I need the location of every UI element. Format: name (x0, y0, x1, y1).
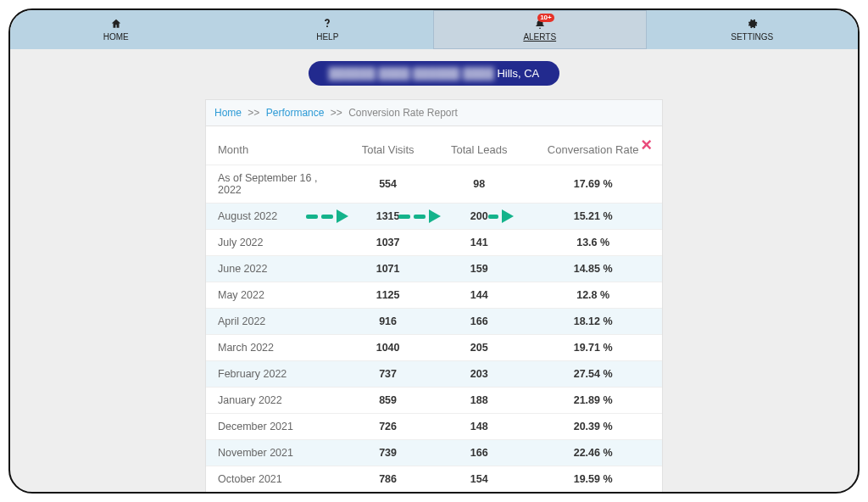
cell-leads: 205 (434, 335, 524, 361)
location-hidden: ██████ ████ ██████ ████ (329, 67, 494, 80)
cell-rate: 17.69 % (524, 165, 662, 204)
location-pill-wrap: ██████ ████ ██████ ████ Hills, CA (10, 61, 858, 86)
report-card: Home >> Performance >> Conversion Rate R… (205, 99, 663, 494)
nav-help[interactable]: HELP (222, 10, 434, 49)
cell-rate: 19.71 % (524, 335, 662, 361)
summary-visits: 10905 Total Visits Average: 908.75 (342, 493, 434, 494)
cell-rate: 15.21 % (524, 204, 662, 230)
cell-rate: 21.89 % (524, 388, 662, 414)
cell-visits: 1071 (342, 256, 434, 282)
cell-visits: 1040 (342, 335, 434, 361)
cell-leads: 166 (434, 309, 524, 335)
cell-month: May 2022 (206, 282, 342, 309)
cell-month: October 2021 (206, 466, 342, 493)
cell-month: January 2022 (206, 388, 342, 414)
nav-settings[interactable]: SETTINGS (647, 10, 859, 49)
cell-visits: 1125 (342, 282, 434, 309)
col-visits: Total Visits (342, 126, 434, 165)
cell-visits: 859 (342, 388, 434, 414)
cell-month: February 2022 (206, 361, 342, 388)
cell-visits: 916 (342, 309, 434, 335)
table-row: As of September 16 , 20225549817.69 % (206, 165, 662, 204)
cell-rate: 14.85 % (524, 256, 662, 282)
cell-leads: 166 (434, 440, 524, 466)
cell-leads: 188 (434, 388, 524, 414)
cell-leads: 141 (434, 230, 524, 256)
help-icon (321, 18, 333, 31)
cell-month: November 2021 (206, 440, 342, 466)
summary-leads: 1972 Total Leads Average: 164.33 (434, 493, 524, 494)
crumb-current: Conversion Rate Report (348, 107, 458, 119)
cell-month: July 2022 (206, 230, 342, 256)
nav-alerts-label: ALERTS (523, 32, 556, 42)
arrow-icon (488, 209, 514, 223)
crumb-sep: >> (331, 107, 342, 119)
nav-home-label: HOME (103, 32, 129, 42)
cell-month: As of September 16 , 2022 (206, 165, 342, 204)
summary-row: 10905 Total Visits Average: 908.75 1972 … (206, 493, 662, 494)
cell-rate: 18.12 % (524, 309, 662, 335)
cell-leads: 154 (434, 466, 524, 493)
cell-rate: 22.46 % (524, 440, 662, 466)
arrow-icon (306, 209, 348, 223)
bell-icon: 10+ (534, 18, 546, 31)
device-frame: HOME HELP 10+ ALERTS SETTINGS ██████ ███… (8, 8, 860, 494)
cell-month: April 2022 (206, 309, 342, 335)
table-row: March 2022104020519.71 % (206, 335, 662, 361)
alerts-badge: 10+ (537, 14, 554, 22)
table-row: August 2022131520015.21 % (206, 204, 662, 230)
table-row: December 202172614820.39 % (206, 414, 662, 440)
crumb-sep: >> (248, 107, 259, 119)
table-row: February 202273720327.54 % (206, 361, 662, 388)
cell-rate: 19.59 % (524, 466, 662, 493)
col-month: Month (206, 126, 342, 165)
crumb-performance[interactable]: Performance (266, 107, 325, 119)
cell-leads: 159 (434, 256, 524, 282)
arrow-icon (398, 209, 441, 223)
cell-rate: 12.8 % (524, 282, 662, 309)
nav-settings-label: SETTINGS (731, 32, 773, 42)
cell-visits: 737 (342, 361, 434, 388)
cell-visits: 786 (342, 466, 434, 493)
table-row: January 202285918821.89 % (206, 388, 662, 414)
cell-month: June 2022 (206, 256, 342, 282)
close-icon[interactable]: × (641, 134, 652, 156)
nav-alerts[interactable]: 10+ ALERTS (433, 10, 647, 49)
cell-visits: 554 (342, 165, 434, 204)
cell-visits: 739 (342, 440, 434, 466)
table-row: May 2022112514412.8 % (206, 282, 662, 309)
home-icon (110, 18, 122, 31)
nav-home[interactable]: HOME (10, 10, 222, 49)
nav-help-label: HELP (316, 32, 338, 42)
top-nav: HOME HELP 10+ ALERTS SETTINGS (10, 10, 858, 49)
table-row: June 2022107115914.85 % (206, 256, 662, 282)
cell-visits: 1037 (342, 230, 434, 256)
cell-rate: 27.54 % (524, 361, 662, 388)
table-row: April 202291616618.12 % (206, 309, 662, 335)
breadcrumb: Home >> Performance >> Conversion Rate R… (206, 100, 662, 126)
cell-leads: 144 (434, 282, 524, 309)
cell-visits: 726 (342, 414, 434, 440)
cell-leads: 98 (434, 165, 524, 204)
location-visible: Hills, CA (497, 67, 539, 80)
crumb-home[interactable]: Home (214, 107, 242, 119)
conversion-table: Month Total Visits Total Leads Conversat… (206, 126, 662, 494)
col-leads: Total Leads (434, 126, 524, 165)
table-row: November 202173916622.46 % (206, 440, 662, 466)
cell-month: March 2022 (206, 335, 342, 361)
location-pill[interactable]: ██████ ████ ██████ ████ Hills, CA (309, 61, 560, 86)
cell-rate: 13.6 % (524, 230, 662, 256)
table-row: October 202178615419.59 % (206, 466, 662, 493)
cell-leads: 203 (434, 361, 524, 388)
cell-month: December 2021 (206, 414, 342, 440)
cell-rate: 20.39 % (524, 414, 662, 440)
summary-rate: 18.08% Conversation Rate (524, 493, 662, 494)
cell-leads: 148 (434, 414, 524, 440)
gear-icon (746, 18, 758, 31)
table-row: July 2022103714113.6 % (206, 230, 662, 256)
